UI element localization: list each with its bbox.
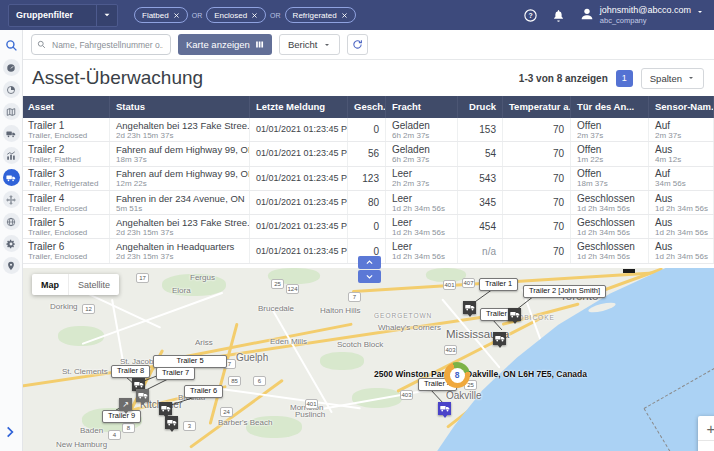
map-trailer-marker[interactable] [463, 301, 476, 314]
sidebar-map-icon[interactable] [3, 103, 20, 120]
satellite-view-button[interactable]: Satellite [68, 274, 119, 295]
cell-text: Geladen [392, 144, 451, 155]
cell-subtext: Trailer, Flatbed [28, 155, 103, 164]
cell-text: 543 [479, 173, 496, 184]
sidebar-search-icon[interactable] [3, 37, 20, 54]
cell-text: 56 [368, 148, 379, 159]
column-header-speed[interactable]: Gesch... [348, 96, 386, 118]
cell-asset: Trailer 3Trailer, Refrigerated [22, 167, 110, 190]
map-trailer-label[interactable]: Trailer 9 [102, 410, 141, 423]
sidebar-gear-icon[interactable] [3, 235, 20, 252]
columns-dropdown-button[interactable]: Spalten [641, 68, 704, 89]
cell-text: Trailer 1 [28, 120, 103, 131]
caret-down-icon [687, 74, 695, 82]
cell-text: Geschlossen [577, 193, 642, 204]
filter-chip[interactable]: Enclosed [206, 7, 266, 23]
table-row[interactable]: Trailer 3Trailer, RefrigeratedFahren auf… [22, 167, 714, 191]
map-trailer-marker[interactable] [159, 402, 172, 415]
sidebar-clock-icon[interactable] [3, 81, 20, 98]
map-cluster-marker[interactable]: 8 [444, 362, 470, 388]
table-row[interactable]: Trailer 2Trailer, FlatbedFahren auf dem … [22, 142, 714, 166]
report-dropdown-button[interactable]: Bericht [279, 34, 340, 55]
sidebar-truck-icon[interactable] [3, 125, 20, 142]
sidebar-pin-icon[interactable] [3, 257, 20, 274]
zoom-in-button[interactable]: + [698, 416, 714, 441]
cell-text: 70 [553, 246, 564, 257]
column-header-cargo[interactable]: Fracht [386, 96, 458, 118]
chevron-up-icon[interactable] [358, 256, 381, 269]
search-input[interactable] [50, 39, 165, 51]
cell-text: 0 [373, 124, 379, 135]
map-trailer-marker[interactable] [508, 308, 521, 321]
filter-chip[interactable]: Refrigerated [285, 7, 356, 23]
sidebar-hub-icon[interactable] [3, 191, 20, 208]
sidebar-dashboard-icon[interactable] [3, 59, 20, 76]
group-filter-dropdown[interactable]: Gruppenfilter [8, 4, 118, 27]
close-icon[interactable] [251, 12, 258, 19]
marker-pointer [497, 344, 503, 348]
map-trailer-marker[interactable] [165, 416, 178, 429]
cell-cargo: Geladen6h 2m 37s [386, 118, 458, 141]
close-icon[interactable] [341, 12, 348, 19]
chevron-down-icon[interactable] [358, 270, 381, 283]
close-icon[interactable] [173, 12, 180, 19]
caret-down-icon[interactable] [96, 5, 117, 26]
map-trailer-label[interactable]: Trailer 1 [479, 278, 518, 291]
map-canvas[interactable]: 2500 Winston Park Dr, Oakville, ON L6H 7… [22, 268, 714, 451]
notifications-bell-icon[interactable] [551, 8, 566, 23]
cell-text: Offen [577, 168, 642, 179]
table-row[interactable]: Trailer 5Trailer, EnclosedAngehalten bei… [22, 215, 714, 239]
map-trailer-label[interactable]: Trailer 7 [156, 367, 195, 380]
cell-door: Geschlossen1d 2h 34m 56s [571, 215, 649, 238]
cell-text: Trailer 4 [28, 193, 103, 204]
table-row[interactable]: Trailer 1Trailer, EnclosedAngehalten bei… [22, 118, 714, 142]
column-header-sensor[interactable]: Sensor-Nam... [649, 96, 714, 118]
filter-chip-label: Enclosed [214, 11, 247, 20]
table-row[interactable]: Trailer 4Trailer, EnclosedFahren in der … [22, 191, 714, 215]
map-trailer-marker[interactable] [438, 402, 451, 415]
page-1-button[interactable]: 1 [616, 70, 633, 87]
filter-chip[interactable]: Flatbed [134, 7, 188, 23]
map-trailer-marker[interactable] [493, 332, 506, 345]
cell-speed: 0 [348, 118, 386, 141]
cell-subtext: Trailer, Refrigerated [28, 179, 103, 188]
user-menu[interactable]: johnsmith@abcco.com abc_company [579, 5, 704, 25]
help-icon[interactable]: ? [523, 8, 538, 23]
map-trailer-label[interactable]: Trailer 8 [111, 365, 150, 378]
cell-speed: 0 [348, 215, 386, 238]
sidebar-trailer-icon[interactable] [3, 169, 20, 186]
refresh-button[interactable] [347, 34, 368, 55]
column-header-door[interactable]: Tür des An... [571, 96, 649, 118]
column-header-status[interactable]: Status [110, 96, 250, 118]
map-view-button[interactable]: Map [32, 274, 68, 295]
search-box[interactable] [31, 34, 171, 55]
map-place-label: Ariss [195, 338, 213, 347]
column-header-temperature[interactable]: Temperatur a... [503, 96, 571, 118]
zoom-out-button[interactable]: - [698, 441, 714, 451]
map-trailer-marker[interactable]: ↗ [119, 398, 132, 411]
cell-subtext: 1d 2h 34m 56s [577, 252, 642, 261]
toolbar: Karte anzeigen Bericht [22, 30, 714, 60]
cluster-count: 8 [450, 368, 465, 383]
show-map-button[interactable]: Karte anzeigen [178, 34, 272, 55]
road-shield-icon: 25 [271, 279, 284, 289]
cell-text: Trailer 3 [28, 168, 103, 179]
column-header-asset[interactable]: Asset [22, 96, 110, 118]
sidebar-chart-icon[interactable] [3, 147, 20, 164]
column-header-last_report[interactable]: Letzte Meldung [250, 96, 348, 118]
cell-pressure: 54 [458, 142, 503, 165]
map-trailer-label[interactable]: Trailer 6 [184, 385, 223, 398]
cell-cargo: Leer1d 2h 34m 56s [386, 215, 458, 238]
map-trailer-marker[interactable] [136, 389, 149, 402]
sidebar-expand-chevron-icon[interactable] [3, 425, 17, 439]
column-header-pressure[interactable]: Druck [458, 96, 503, 118]
map-type-control: Map Satellite [32, 274, 119, 295]
cell-status: Angehalten bei 123 Fake Stree...2d 23h 1… [110, 215, 250, 238]
map-place-label: Brucedale [258, 304, 294, 313]
map-trailer-label[interactable]: Trailer 2 [John Smith] [523, 285, 606, 298]
sidebar-globe-icon[interactable] [3, 213, 20, 230]
map-park-area [320, 352, 364, 370]
cell-temperature: 70 [503, 118, 571, 141]
cell-pressure: n/a [458, 239, 503, 262]
cell-subtext: 1d 2h 34m 56s [392, 204, 451, 213]
